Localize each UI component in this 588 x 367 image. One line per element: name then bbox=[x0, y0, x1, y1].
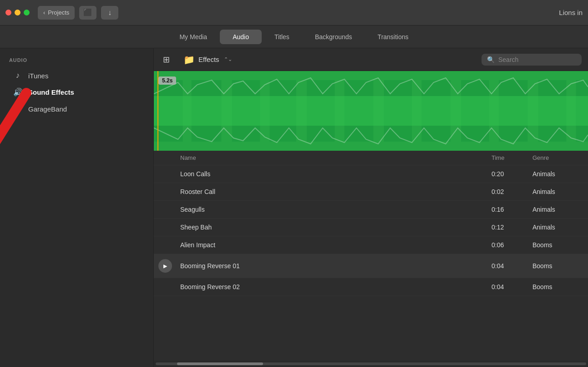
filmstrip-icon: ⬛ bbox=[83, 8, 92, 17]
row-name-cell: Booming Reverse 02 bbox=[177, 283, 488, 291]
tab-backgrounds[interactable]: Backgrounds bbox=[302, 30, 365, 44]
scroll-thumb[interactable] bbox=[177, 362, 263, 365]
row-genre-cell: Animals bbox=[529, 206, 588, 213]
row-time-cell: 0:16 bbox=[488, 206, 529, 213]
row-time-cell: 0:02 bbox=[488, 188, 529, 195]
tab-my-media[interactable]: My Media bbox=[167, 30, 220, 44]
row-name-cell: Loon Calls bbox=[177, 170, 488, 178]
row-name-cell: Booming Reverse 01 bbox=[177, 262, 488, 270]
download-button[interactable]: ↓ bbox=[101, 6, 118, 20]
row-genre-cell: Booms bbox=[529, 262, 588, 270]
time-badge: 5.2s bbox=[158, 76, 176, 85]
row-name-cell: Rooster Call bbox=[177, 188, 488, 195]
row-time-cell: 0:04 bbox=[488, 262, 529, 270]
table-row: ▶ Booming Reverse 01 0:04 Booms bbox=[154, 254, 588, 278]
row-name-cell: Alien Impact bbox=[177, 241, 488, 249]
sidebar-item-itunes[interactable]: ♪ iTunes bbox=[4, 67, 150, 84]
audio-table: Name Time Genre Loon Calls 0:20 Animals … bbox=[154, 151, 588, 361]
music-note-icon: ♪ bbox=[13, 71, 23, 80]
table-row: Sheep Bah 0:12 Animals bbox=[154, 219, 588, 236]
waveform-container: 5.2s bbox=[154, 71, 588, 151]
projects-button[interactable]: ‹ Projects bbox=[38, 6, 75, 20]
svg-rect-13 bbox=[154, 96, 588, 126]
fullscreen-button[interactable] bbox=[24, 10, 30, 15]
content-area: ⊞ 📁 Effects ⌃⌄ 🔍 bbox=[154, 48, 588, 367]
window-title: Lions in bbox=[559, 9, 583, 16]
grid-icon: ⊞ bbox=[163, 55, 170, 64]
tab-titles[interactable]: Titles bbox=[262, 30, 302, 44]
sidebar: AUDIO ♪ iTunes 🔊 Sound Effects 🎸 GarageB… bbox=[0, 48, 154, 367]
search-box[interactable]: 🔍 bbox=[482, 54, 582, 66]
tab-audio[interactable]: Audio bbox=[220, 30, 262, 44]
col-header-name: Name bbox=[177, 154, 488, 161]
sidebar-item-garageband[interactable]: 🎸 GarageBand bbox=[4, 101, 150, 117]
guitar-icon: 🎸 bbox=[13, 104, 23, 114]
row-time-cell: 0:12 bbox=[488, 224, 529, 231]
sidebar-item-label-itunes: iTunes bbox=[28, 72, 48, 80]
filmstrip-button[interactable]: ⬛ bbox=[79, 6, 96, 20]
row-name-cell: Sheep Bah bbox=[177, 224, 488, 231]
chevron-updown-icon: ⌃⌄ bbox=[224, 56, 232, 62]
table-row: Loon Calls 0:20 Animals bbox=[154, 165, 588, 183]
row-play-cell: ▶ bbox=[154, 259, 177, 273]
sidebar-item-label-garageband: GarageBand bbox=[28, 105, 67, 113]
row-time-cell: 0:04 bbox=[488, 283, 529, 291]
tab-transitions[interactable]: Transitions bbox=[365, 30, 421, 44]
col-header-play bbox=[154, 154, 177, 161]
nav-tabs: My Media Audio Titles Backgrounds Transi… bbox=[0, 25, 588, 48]
speaker-icon: 🔊 bbox=[13, 87, 23, 97]
titlebar: ‹ Projects ⬛ ↓ Lions in bbox=[0, 0, 588, 25]
sidebar-section-label: AUDIO bbox=[0, 57, 153, 67]
minimize-button[interactable] bbox=[15, 10, 20, 15]
folder-label: Effects bbox=[198, 56, 219, 63]
waveform-svg bbox=[154, 71, 588, 151]
table-row: Seagulls 0:16 Animals bbox=[154, 201, 588, 219]
search-input[interactable] bbox=[498, 56, 576, 63]
row-genre-cell: Animals bbox=[529, 188, 588, 195]
table-row: Rooster Call 0:02 Animals bbox=[154, 183, 588, 201]
table-row: Alien Impact 0:06 Booms bbox=[154, 236, 588, 254]
col-header-time: Time bbox=[488, 154, 529, 161]
row-genre-cell: Animals bbox=[529, 170, 588, 178]
row-genre-cell: Booms bbox=[529, 283, 588, 291]
row-time-cell: 0:06 bbox=[488, 241, 529, 249]
col-header-genre: Genre bbox=[529, 154, 588, 161]
row-genre-cell: Animals bbox=[529, 224, 588, 231]
table-header: Name Time Genre bbox=[154, 151, 588, 165]
main-content: AUDIO ♪ iTunes 🔊 Sound Effects 🎸 GarageB… bbox=[0, 48, 588, 367]
content-toolbar: ⊞ 📁 Effects ⌃⌄ 🔍 bbox=[154, 48, 588, 71]
traffic-lights bbox=[5, 10, 30, 15]
download-icon: ↓ bbox=[108, 9, 112, 17]
back-chevron-icon: ‹ bbox=[43, 9, 45, 16]
close-button[interactable] bbox=[5, 10, 11, 15]
scroll-track bbox=[156, 362, 586, 365]
grid-view-button[interactable]: ⊞ bbox=[160, 53, 172, 66]
row-time-cell: 0:20 bbox=[488, 170, 529, 178]
folder-selector[interactable]: 📁 Effects ⌃⌄ bbox=[179, 52, 237, 67]
sidebar-item-label-sound-effects: Sound Effects bbox=[28, 88, 74, 96]
row-genre-cell: Booms bbox=[529, 241, 588, 249]
sidebar-item-sound-effects[interactable]: 🔊 Sound Effects bbox=[4, 84, 150, 101]
search-icon: 🔍 bbox=[487, 56, 495, 63]
red-arrow-annotation bbox=[0, 56, 108, 248]
table-row: Booming Reverse 02 0:04 Booms bbox=[154, 278, 588, 296]
folder-icon: 📁 bbox=[183, 54, 195, 65]
play-button[interactable]: ▶ bbox=[158, 259, 172, 273]
row-name-cell: Seagulls bbox=[177, 206, 488, 213]
horizontal-scrollbar[interactable] bbox=[154, 361, 588, 367]
